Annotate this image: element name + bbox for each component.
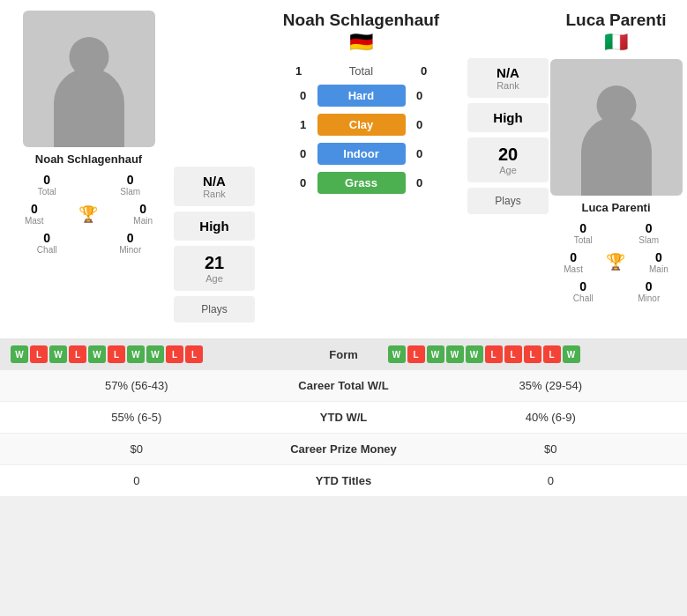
left-minor-stat: 0 Minor [91,231,171,255]
right-slam-stat: 0 Slam [618,221,681,245]
left-center-stats: N/A Rank High 21 Age Plays [170,11,258,324]
clay-badge: Clay [317,114,406,136]
stats-table: 57% (56-43) Career Total W/L 35% (29-54)… [0,370,687,497]
left-player-avatar [23,11,155,147]
stats-left-val: 57% (56-43) [18,379,256,392]
stats-row: 55% (6-5) YTD W/L 40% (6-9) [0,402,687,434]
form-badge-left: W [127,345,145,363]
form-badge-right: W [446,345,464,363]
total-label: Total [313,64,410,78]
form-badge-right: W [388,345,406,363]
form-badge-right: W [563,345,580,363]
stats-center-label: YTD W/L [256,411,432,424]
stats-right-val: 35% (29-54) [432,379,670,392]
stats-center-label: YTD Titles [256,474,432,487]
stats-right-val: 40% (6-9) [432,411,670,424]
right-chall-stat: 0 Chall [552,279,615,303]
form-badge-right: L [407,345,425,363]
right-minor-stat: 0 Minor [618,279,681,303]
top-comparison: Noah Schlagenhauf 0 Total 0 Slam 0 Mast … [0,0,687,331]
right-age-box: 20 Age [467,137,549,182]
form-badge-left: L [185,345,203,363]
right-player-name-top: Luca Parenti [565,11,666,31]
left-slam-stat: 0 Slam [91,173,171,197]
left-total-stat: 0 Total [7,173,87,197]
right-total-stat: 0 Total [552,221,615,245]
right-flag: 🇮🇹 [565,31,666,54]
right-center-stats: N/A Rank High 20 Age Plays [464,11,552,324]
indoor-badge: Indoor [317,143,406,165]
right-high-box: High [467,103,549,132]
left-age-box: 21 Age [174,246,255,291]
right-mast-stat: 0 Mast [564,250,583,274]
form-label: Form [300,348,388,361]
right-player-name: Luca Parenti [581,201,650,214]
form-section: WLWLWLWWLL Form WLWWWLLLLW [0,338,687,370]
right-player-section: Luca Parenti 🇮🇹 Luca Parenti 0 Total 0 S… [552,11,680,324]
center-section: Noah Schlagenhauf 🇩🇪 1 Total 0 0 Hard 0 … [258,11,464,324]
left-high-box: High [174,212,255,241]
stats-row: 0 YTD Titles 0 [0,465,687,497]
form-badge-left: W [11,345,28,363]
form-badge-left: W [88,345,106,363]
stats-row: $0 Career Prize Money $0 [0,434,687,465]
form-badge-left: L [69,345,86,363]
hard-row: 0 Hard 0 [258,81,464,110]
form-badge-right: L [543,345,561,363]
stats-right-val: $0 [432,442,670,456]
left-trophy-icon: 🏆 [78,204,98,224]
main-container: Noah Schlagenhauf 0 Total 0 Slam 0 Mast … [0,0,687,497]
form-badge-right: W [427,345,444,363]
left-mast-stat: 0 Mast [25,202,44,226]
left-form: WLWLWLWWLL [11,345,300,363]
stats-row: 57% (56-43) Career Total W/L 35% (29-54) [0,370,687,402]
right-form: WLWWWLLLLW [388,345,677,363]
form-badge-left: L [108,345,125,363]
form-badge-left: W [49,345,67,363]
hard-badge: Hard [317,85,406,107]
form-badge-right: L [524,345,541,363]
left-main-stat: 0 Main [133,202,153,226]
stats-right-val: 0 [432,474,670,487]
left-plays-box: Plays [174,296,255,323]
indoor-row: 0 Indoor 0 [258,139,464,168]
right-plays-box: Plays [467,188,549,214]
stats-center-label: Career Prize Money [256,442,432,456]
left-flag: 🇩🇪 [258,31,464,54]
form-badge-left: L [30,345,48,363]
right-player-avatar [550,59,683,196]
form-badge-left: L [166,345,183,363]
left-player-name-center: Noah Schlagenhauf [258,11,464,31]
left-player-section: Noah Schlagenhauf 0 Total 0 Slam 0 Mast … [7,11,170,324]
total-row: 1 Total 0 [258,61,464,81]
stats-left-val: $0 [18,442,256,456]
grass-row: 0 Grass 0 [258,168,464,197]
stats-center-label: Career Total W/L [256,379,432,392]
form-badge-right: W [466,345,483,363]
right-main-stat: 0 Main [649,250,668,274]
right-trophy-icon: 🏆 [606,252,625,271]
form-badge-right: L [485,345,503,363]
left-rank-box: N/A Rank [174,167,255,206]
clay-row: 1 Clay 0 [258,110,464,139]
form-badge-left: W [146,345,164,363]
form-badge-right: L [504,345,522,363]
right-rank-box: N/A Rank [467,58,549,98]
stats-left-val: 55% (6-5) [18,411,256,424]
grass-badge: Grass [317,172,406,194]
left-chall-stat: 0 Chall [7,231,87,255]
left-player-name: Noah Schlagenhauf [7,152,170,166]
stats-left-val: 0 [18,474,256,487]
